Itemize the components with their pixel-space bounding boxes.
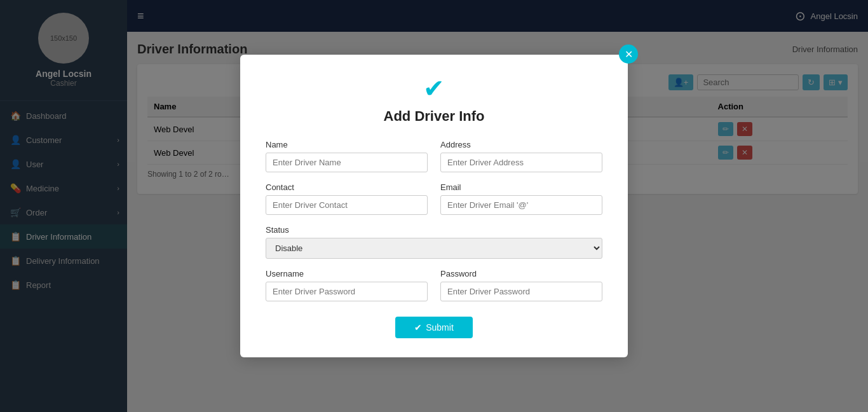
add-driver-modal: ✕ ✔ Add Driver Info Name Address Contact… [240, 55, 628, 357]
form-row-name-address: Name Address [266, 140, 602, 172]
form-group-name: Name [266, 140, 428, 172]
password-input[interactable] [440, 282, 602, 301]
form-row-contact-email: Contact Email [266, 182, 602, 215]
form-group-password: Password [440, 269, 602, 301]
modal-submit-area: ✔ Submit [266, 317, 602, 338]
submit-label: Submit [426, 322, 454, 333]
form-group-status: Status Disable Enable [266, 225, 602, 259]
form-group-address: Address [440, 140, 602, 172]
modal-check-icon: ✔ [266, 74, 602, 103]
form-row-status: Status Disable Enable [266, 225, 602, 259]
modal-overlay[interactable]: ✕ ✔ Add Driver Info Name Address Contact… [0, 0, 868, 412]
close-icon: ✕ [625, 48, 633, 60]
email-label: Email [440, 182, 602, 192]
name-input[interactable] [266, 153, 428, 172]
email-input[interactable] [440, 195, 602, 215]
password-label: Password [440, 269, 602, 278]
name-label: Name [266, 140, 428, 149]
contact-input[interactable] [266, 195, 428, 215]
form-row-username-password: Username Password [266, 269, 602, 301]
modal-close-button[interactable]: ✕ [619, 45, 638, 64]
form-group-contact: Contact [266, 182, 428, 215]
username-label: Username [266, 269, 428, 278]
modal-title: Add Driver Info [266, 108, 602, 125]
username-input[interactable] [266, 282, 428, 301]
contact-label: Contact [266, 182, 428, 192]
status-label: Status [266, 225, 602, 235]
status-select[interactable]: Disable Enable [266, 238, 602, 259]
address-input[interactable] [440, 153, 602, 172]
address-label: Address [440, 140, 602, 149]
submit-check-icon: ✔ [414, 322, 422, 333]
submit-button[interactable]: ✔ Submit [395, 317, 473, 338]
form-group-email: Email [440, 182, 602, 215]
form-group-username: Username [266, 269, 428, 301]
